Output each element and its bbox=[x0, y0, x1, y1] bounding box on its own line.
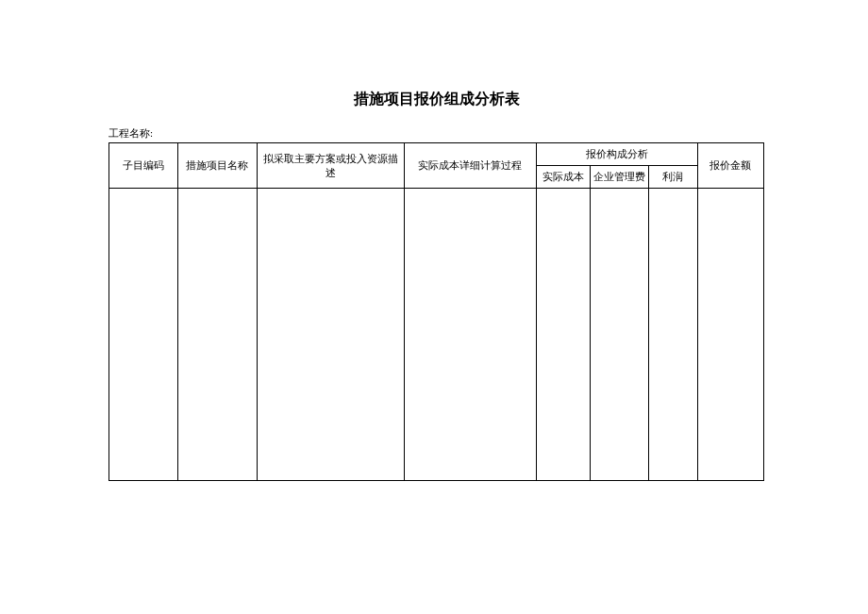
cell-item-code bbox=[109, 189, 178, 481]
cell-management-fee bbox=[590, 189, 648, 481]
cell-profit bbox=[648, 189, 697, 481]
header-actual-cost: 实际成本 bbox=[536, 166, 590, 189]
cell-item-name bbox=[177, 189, 258, 481]
header-item-name: 措施项目名称 bbox=[177, 143, 258, 189]
cell-quote-amount bbox=[697, 189, 763, 481]
table-row bbox=[109, 189, 764, 481]
header-profit: 利润 bbox=[648, 166, 697, 189]
table-header-row: 子目编码 措施项目名称 拟采取主要方案或投入资源描述 实际成本详细计算过程 报价… bbox=[109, 143, 764, 166]
document-page: 措施项目报价组成分析表 工程名称: 子目编码 措施项目名称 拟采取主要方案或投入… bbox=[0, 0, 868, 481]
header-plan-description: 拟采取主要方案或投入资源描述 bbox=[258, 143, 404, 189]
analysis-table: 子目编码 措施项目名称 拟采取主要方案或投入资源描述 实际成本详细计算过程 报价… bbox=[108, 142, 764, 481]
project-name-label: 工程名称: bbox=[108, 126, 764, 141]
cell-cost-calculation bbox=[404, 189, 536, 481]
document-title: 措施项目报价组成分析表 bbox=[108, 90, 764, 109]
header-item-code: 子目编码 bbox=[109, 143, 178, 189]
header-management-fee: 企业管理费 bbox=[590, 166, 648, 189]
header-group-quote-analysis: 报价构成分析 bbox=[536, 143, 697, 166]
cell-actual-cost bbox=[536, 189, 590, 481]
header-quote-amount: 报价金额 bbox=[697, 143, 763, 189]
header-cost-calculation: 实际成本详细计算过程 bbox=[404, 143, 536, 189]
cell-plan-description bbox=[258, 189, 404, 481]
